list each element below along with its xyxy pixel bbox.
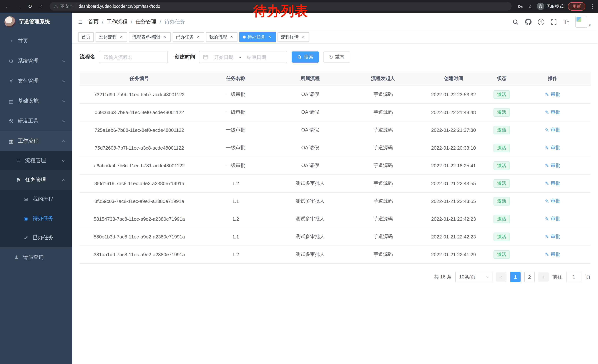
eye-icon: ◉ [22,216,30,221]
browser-chrome: ← → ↻ ⌂ ⚠ 不安全 dashboard.yudao.iocoder.cn… [0,0,598,13]
breadcrumb-item-task-management[interactable]: 任务管理 [136,18,156,25]
tab[interactable]: 已办任务 × [173,32,204,42]
cell-initiator: 芋道源码 [348,103,418,121]
forward-icon[interactable]: → [14,1,24,11]
sidebar-item-task-management[interactable]: ⚑ 任务管理 [0,170,72,190]
cell-initiator: 芋道源码 [348,86,418,103]
tab[interactable]: 发起流程 × [96,32,127,42]
tab[interactable]: 待办任务 × [239,32,276,42]
tab-close-icon[interactable]: × [267,34,272,40]
sidebar-item-payment-management[interactable]: ¥ 支付管理 [0,71,72,91]
menu-dots-icon[interactable]: ⋮ [590,3,595,9]
sidebar-item-system-management[interactable]: ⚙ 系统管理 [0,51,72,71]
total-count: 共 16 条 [434,274,452,280]
start-date-input[interactable] [210,54,238,60]
reset-button[interactable]: ↻ 重置 [324,51,350,63]
sidebar-item-dev-tools[interactable]: ⚒ 研发工具 [0,111,72,131]
approve-link[interactable]: ✎审批 [545,180,560,187]
approve-link[interactable]: ✎审批 [545,216,560,222]
approve-link[interactable]: ✎审批 [545,109,560,115]
key-icon[interactable] [518,4,523,9]
tab-close-icon[interactable]: × [229,34,234,40]
breadcrumb-item-workflow[interactable]: 工作流程 [107,18,127,25]
person-icon: ♟ [13,254,20,260]
sidebar-item-infrastructure[interactable]: ▤ 基础设施 [0,91,72,111]
github-icon[interactable] [525,18,532,25]
tab[interactable]: 首页 [78,32,94,42]
bookmark-star-icon[interactable]: ☆ [528,3,532,9]
tab-close-icon[interactable]: × [162,34,167,40]
font-size-icon[interactable]: TT [563,19,569,25]
cell-process: OA 请假 [272,103,348,121]
tab-close-icon[interactable]: × [196,34,201,40]
caret-down-icon: ▼ [588,24,591,27]
sidebar-item-my-process[interactable]: ✉ 我的流程 [0,190,72,209]
user-menu[interactable]: ▼ [575,16,591,28]
end-date-input[interactable] [242,54,271,60]
cell-initiator: 芋道源码 [348,228,418,245]
cell-action: ✎审批 [515,86,590,103]
approve-link[interactable]: ✎审批 [545,233,560,240]
cell-task-name: 1.2 [199,210,272,228]
page-button-2[interactable]: 2 [524,272,535,282]
sidebar-item-done-task[interactable]: ✔ 已办任务 [0,228,72,247]
collapse-sidebar-icon[interactable]: ≡ [78,18,82,25]
approve-link[interactable]: ✎审批 [545,251,560,258]
update-button[interactable]: 更新 [568,2,585,11]
approve-link[interactable]: ✎审批 [545,127,560,133]
sidebar-item-leave-query[interactable]: ♟ 请假查询 [0,247,72,267]
status-badge: 激活 [493,250,510,259]
tab-close-icon[interactable]: × [119,34,124,40]
tab-close-icon[interactable]: × [300,34,306,40]
tab[interactable]: 流程详情 × [277,32,309,42]
date-range-separator: - [239,54,241,60]
tab-label: 已办任务 [176,34,194,40]
table-row: 73211d9d-7b9b-11ec-b5b7-acde48001122 一级审… [80,86,590,103]
status-badge: 激活 [493,232,510,241]
back-icon[interactable]: ← [3,1,13,11]
sidebar-item-home[interactable]: ◔ 首页 [0,31,72,51]
search-button[interactable]: 搜索 [291,51,319,63]
sidebar-item-process-management[interactable]: ≡ 流程管理 [0,151,72,170]
cell-action: ✎审批 [515,157,590,174]
fullscreen-icon[interactable] [551,19,557,25]
approve-link[interactable]: ✎审批 [545,145,560,151]
search-icon[interactable] [512,19,519,25]
help-icon[interactable]: ? [538,19,544,25]
cell-status: 激活 [489,103,515,121]
page-size-select[interactable]: 10条/页 [455,272,492,282]
next-page-button[interactable]: › [538,272,549,282]
process-name-input[interactable] [99,51,168,63]
address-bar[interactable]: ⚠ 不安全 dashboard.yudao.iocoder.cn/bpm/tas… [50,2,512,11]
goto-page-input[interactable] [566,272,581,282]
breadcrumb-item-home[interactable]: 首页 [88,18,99,25]
sidebar-item-label: 支付管理 [18,78,39,84]
tab-label: 发起流程 [99,34,117,40]
date-range-picker[interactable]: - [199,51,287,63]
edit-icon: ✎ [545,127,549,133]
incognito-icon [537,3,544,10]
prev-page-button[interactable]: ‹ [496,272,507,282]
status-badge: 激活 [493,197,510,205]
incognito-label: 无痕模式 [547,4,564,9]
approve-link[interactable]: ✎审批 [545,91,560,98]
user-avatar[interactable] [575,16,587,28]
security-label[interactable]: 不安全 [60,4,73,9]
sidebar-item-todo-task[interactable]: ◉ 待办任务 [0,209,72,228]
cell-initiator: 芋道源码 [348,192,418,210]
page-button-1[interactable]: 1 [510,272,521,282]
approve-link[interactable]: ✎审批 [545,198,560,204]
cell-status: 激活 [489,86,515,103]
refresh-icon[interactable]: ↻ [25,1,35,11]
breadcrumb-separator: / [160,19,161,25]
infrastructure-icon: ▤ [8,98,15,104]
filter-bar: 流程名 创建时间 - 搜索 [80,51,590,63]
app-logo[interactable]: 芋道管理系统 [0,13,72,31]
cell-created-time: 2022-01-21 22:42:23 [418,210,489,228]
tab[interactable]: 流程表单-编辑 × [129,32,171,42]
approve-link[interactable]: ✎审批 [545,162,560,169]
cell-task-name: 一级审批 [199,86,272,103]
sidebar-item-workflow[interactable]: ▦ 工作流程 [0,131,72,151]
tab[interactable]: 我的流程 × [206,32,238,42]
home-icon[interactable]: ⌂ [36,1,46,11]
